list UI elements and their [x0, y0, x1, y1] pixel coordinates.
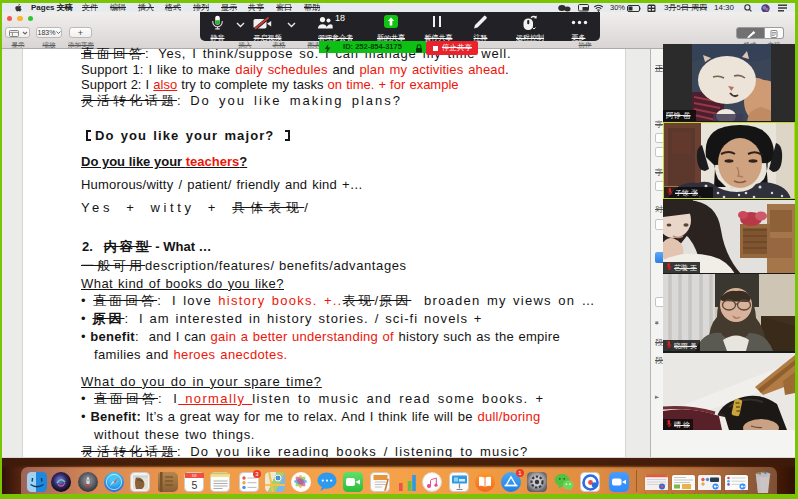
svg-text:5: 5: [192, 479, 198, 491]
